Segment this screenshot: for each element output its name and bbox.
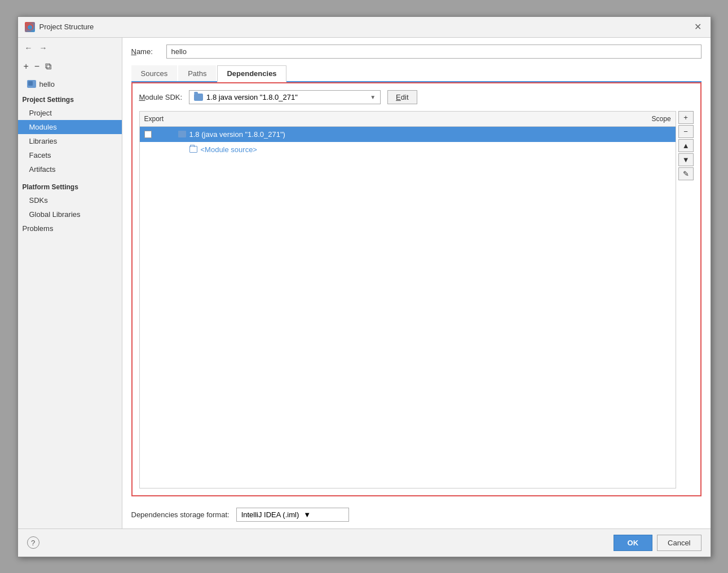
table-row[interactable]: <Module source> — [140, 142, 676, 157]
project-structure-dialog: Project Structure ✕ ← → + − ⧉ hello Proj… — [17, 16, 711, 557]
tabs-row: Sources Paths Dependencies — [131, 65, 701, 82]
dependencies-content: Module SDK: 1.8 java version "1.8.0_271"… — [131, 82, 701, 496]
bottom-row: Dependencies storage format: IntelliJ ID… — [131, 503, 701, 522]
deps-table-body: 1.8 (java version "1.8.0_271") <Module s… — [140, 127, 676, 488]
tab-dependencies[interactable]: Dependencies — [217, 65, 286, 82]
sidebar-nav-row: ← → — [18, 40, 122, 56]
sidebar-item-project[interactable]: Project — [18, 106, 122, 120]
name-row: Name: — [131, 45, 701, 59]
app-icon — [25, 22, 35, 32]
sdk-dropdown[interactable]: 1.8 java version "1.8.0_271" ▼ — [189, 90, 381, 104]
title-bar-left: Project Structure — [25, 22, 94, 32]
move-down-button[interactable]: ▼ — [678, 153, 694, 166]
sidebar-item-problems[interactable]: Problems — [18, 221, 122, 236]
row-name-sdk: 1.8 (java version "1.8.0_271") — [174, 129, 630, 140]
sidebar-item-modules[interactable]: Modules — [18, 120, 122, 134]
edit-sdk-button[interactable]: Edit — [387, 90, 417, 104]
sidebar-item-global-libraries[interactable]: Global Libraries — [18, 207, 122, 221]
sidebar-item-artifacts[interactable]: Artifacts — [18, 162, 122, 176]
name-input[interactable] — [166, 45, 701, 59]
row-scope-module-source — [630, 148, 676, 150]
remove-module-button[interactable]: − — [33, 60, 41, 73]
remove-dependency-button[interactable]: − — [678, 125, 694, 138]
sidebar: ← → + − ⧉ hello Project Settings Project… — [18, 38, 122, 528]
right-panel: Name: Sources Paths Dependencies Module … — [122, 38, 711, 528]
main-content: ← → + − ⧉ hello Project Settings Project… — [18, 38, 711, 528]
sidebar-toolbar: + − ⧉ — [18, 58, 122, 77]
export-checkbox-sdk[interactable] — [144, 131, 152, 138]
ok-button[interactable]: OK — [614, 535, 653, 551]
storage-format-label: Dependencies storage format: — [131, 510, 230, 519]
dialog-footer: ? OK Cancel — [18, 528, 711, 557]
footer-left: ? — [27, 536, 39, 549]
sdk-dropdown-arrow: ▼ — [370, 94, 376, 100]
tab-paths[interactable]: Paths — [178, 65, 216, 81]
copy-module-button[interactable]: ⧉ — [44, 60, 52, 73]
project-settings-header: Project Settings — [18, 91, 122, 106]
title-bar: Project Structure ✕ — [18, 17, 711, 38]
module-sdk-row: Module SDK: 1.8 java version "1.8.0_271"… — [139, 90, 694, 104]
col-export-header: Export — [140, 114, 174, 124]
module-hello-label: hello — [39, 80, 55, 88]
sdk-folder-icon — [194, 94, 203, 101]
module-sdk-label: Module SDK: — [139, 93, 183, 101]
row-export-sdk — [140, 130, 174, 139]
module-hello-item[interactable]: hello — [18, 77, 122, 91]
deps-table-header: Export Scope — [140, 112, 676, 127]
deps-table: Export Scope — [139, 111, 676, 488]
deps-area: Export Scope — [139, 111, 694, 488]
add-dependency-button[interactable]: + — [678, 111, 694, 124]
name-label: Name: — [131, 47, 160, 56]
sdk-row-icon — [178, 131, 186, 137]
storage-format-value: IntelliJ IDEA (.iml) — [241, 510, 299, 519]
add-module-button[interactable]: + — [23, 60, 30, 73]
platform-settings-header: Platform Settings — [18, 176, 122, 193]
storage-dropdown-arrow: ▼ — [303, 510, 311, 519]
sidebar-item-libraries[interactable]: Libraries — [18, 134, 122, 148]
sidebar-item-facets[interactable]: Facets — [18, 148, 122, 162]
dialog-title: Project Structure — [39, 23, 94, 31]
edit-dependency-button[interactable]: ✎ — [678, 167, 694, 180]
move-up-button[interactable]: ▲ — [678, 139, 694, 152]
tab-sources[interactable]: Sources — [131, 65, 178, 81]
table-row[interactable]: 1.8 (java version "1.8.0_271") — [140, 127, 676, 142]
nav-forward-button[interactable]: → — [37, 42, 50, 54]
cancel-button[interactable]: Cancel — [657, 535, 701, 551]
row-name-module-source: <Module source> — [174, 144, 630, 155]
sidebar-item-sdks[interactable]: SDKs — [18, 193, 122, 207]
side-buttons: + − ▲ ▼ ✎ — [676, 111, 694, 488]
help-button[interactable]: ? — [27, 536, 39, 549]
nav-back-button[interactable]: ← — [23, 42, 35, 54]
footer-right: OK Cancel — [614, 535, 701, 551]
row-scope-sdk — [630, 133, 676, 135]
row-export-module-source — [140, 148, 174, 150]
col-name-header — [174, 114, 630, 124]
sdk-value: 1.8 java version "1.8.0_271" — [206, 93, 298, 101]
close-button[interactable]: ✕ — [692, 21, 704, 33]
module-source-icon — [189, 146, 197, 153]
module-folder-icon — [27, 80, 36, 88]
storage-format-dropdown[interactable]: IntelliJ IDEA (.iml) ▼ — [236, 508, 349, 522]
col-scope-header: Scope — [630, 114, 676, 124]
